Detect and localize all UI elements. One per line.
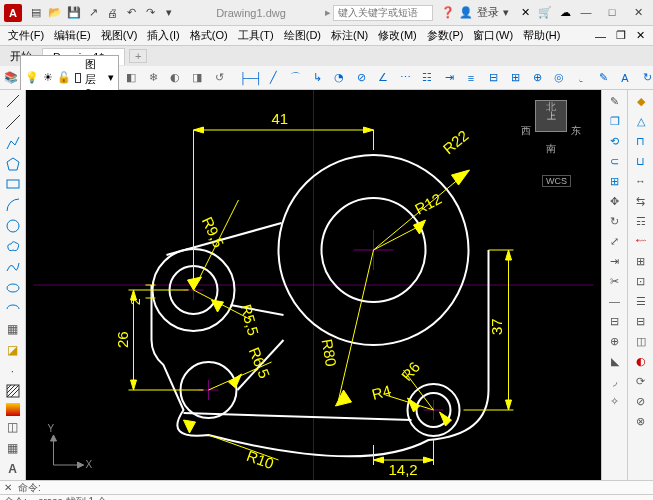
hatch-tool[interactable] [2, 382, 23, 401]
block-tool[interactable]: ◪ [2, 341, 23, 360]
menu-modify[interactable]: 修改(M) [374, 28, 421, 43]
menu-edit[interactable]: 编辑(E) [50, 28, 95, 43]
saveas-icon[interactable]: ↗ [85, 5, 101, 21]
join-tool[interactable]: ⊕ [604, 332, 625, 350]
move-tool[interactable]: ✥ [604, 192, 625, 210]
continue-icon[interactable]: ⇥ [439, 68, 459, 88]
center-icon[interactable]: ⊕ [527, 68, 547, 88]
layer-manager-icon[interactable]: 📚 [4, 68, 18, 88]
vc-south[interactable]: 南 [546, 142, 556, 156]
exchange-icon[interactable]: ✕ [521, 6, 530, 19]
drawing-canvas[interactable]: 41 R22 R12 R9,5 R5,5 R80 R6,5 R10 R6 R4 … [26, 90, 601, 480]
erase-tool[interactable]: ✎ [604, 92, 625, 110]
dd-icon[interactable]: ▾ [161, 5, 177, 21]
tool-x4[interactable]: ⊔ [630, 152, 651, 170]
tool-x14[interactable]: ◐ [630, 352, 651, 370]
maximize-button[interactable]: □ [601, 6, 623, 19]
stretch-tool[interactable]: ⇥ [604, 252, 625, 270]
fillet-tool[interactable]: ◞ [604, 372, 625, 390]
menu-dim[interactable]: 标注(N) [327, 28, 372, 43]
arc-tool[interactable] [2, 196, 23, 215]
view-cube[interactable]: 北 西 上 东 南 [521, 100, 581, 170]
tool-x3[interactable]: ⊓ [630, 132, 651, 150]
redo-icon[interactable]: ↷ [142, 5, 158, 21]
revcloud-tool[interactable] [2, 237, 23, 256]
extend-tool[interactable]: — [604, 292, 625, 310]
menu-window[interactable]: 窗口(W) [469, 28, 517, 43]
tool-x6[interactable]: ⇆ [630, 192, 651, 210]
ellipse-tool[interactable] [2, 278, 23, 297]
dimbreak-icon[interactable]: ⊟ [483, 68, 503, 88]
trim-tool[interactable]: ✂ [604, 272, 625, 290]
diam-dim-icon[interactable]: ⊘ [351, 68, 371, 88]
menu-draw[interactable]: 绘图(D) [280, 28, 325, 43]
ellipsearc-tool[interactable] [2, 299, 23, 318]
mdi-min-button[interactable]: — [591, 30, 610, 42]
pline-tool[interactable] [2, 133, 23, 152]
vc-east[interactable]: 东 [571, 124, 581, 138]
ang-dim-icon[interactable]: ∠ [373, 68, 393, 88]
array-tool[interactable]: ⊞ [604, 172, 625, 190]
point-tool[interactable]: · [2, 361, 23, 380]
layerfrz-icon[interactable]: ❄ [143, 68, 163, 88]
layermatch-icon[interactable]: ◨ [187, 68, 207, 88]
baseline-icon[interactable]: ☷ [417, 68, 437, 88]
save-icon[interactable]: 💾 [66, 5, 82, 21]
chamfer-tool[interactable]: ◣ [604, 352, 625, 370]
rotate-tool[interactable]: ↻ [604, 212, 625, 230]
help-search-input[interactable] [333, 5, 433, 21]
cloud-icon[interactable]: ☁ [560, 6, 571, 19]
insert-tool[interactable]: ▦ [2, 320, 23, 339]
vc-north[interactable]: 北 [546, 100, 556, 114]
menu-format[interactable]: 格式(O) [186, 28, 232, 43]
line-tool[interactable] [2, 92, 23, 111]
menu-insert[interactable]: 插入(I) [143, 28, 183, 43]
account-area[interactable]: ❓ 👤 登录 ▾ [441, 5, 509, 20]
menu-file[interactable]: 文件(F) [4, 28, 48, 43]
tool-x2[interactable]: △ [630, 112, 651, 130]
quick-dim-icon[interactable]: ⋯ [395, 68, 415, 88]
tool-x17[interactable]: ⊗ [630, 412, 651, 430]
tolerance-icon[interactable]: ⊞ [505, 68, 525, 88]
tool-x9[interactable]: ⊞ [630, 252, 651, 270]
open-icon[interactable]: 📂 [47, 5, 63, 21]
new-icon[interactable]: ▤ [28, 5, 44, 21]
wcs-label[interactable]: WCS [542, 175, 571, 187]
dimspace-icon[interactable]: ≡ [461, 68, 481, 88]
ord-dim-icon[interactable]: ↳ [307, 68, 327, 88]
tool-x1[interactable]: ◆ [630, 92, 651, 110]
dimedit-icon[interactable]: ✎ [593, 68, 613, 88]
tool-x10[interactable]: ⊡ [630, 272, 651, 290]
minimize-button[interactable]: — [575, 6, 597, 19]
offset-tool[interactable]: ⊂ [604, 152, 625, 170]
arc-dim-icon[interactable]: ⌒ [285, 68, 305, 88]
undo-icon[interactable]: ↶ [123, 5, 139, 21]
tool-x7[interactable]: ☶ [630, 212, 651, 230]
break-tool[interactable]: ⊟ [604, 312, 625, 330]
dimupdate-icon[interactable]: ↻ [637, 68, 653, 88]
scale-tool[interactable]: ⤢ [604, 232, 625, 250]
tool-x15[interactable]: ⟳ [630, 372, 651, 390]
layeriso-icon[interactable]: ◧ [121, 68, 141, 88]
jog-icon[interactable]: ⦦ [571, 68, 591, 88]
tab-add-button[interactable]: + [129, 49, 147, 63]
linear-dim-icon[interactable]: ├─┤ [241, 68, 261, 88]
mirror-tool[interactable]: ⟲ [604, 132, 625, 150]
polygon-tool[interactable] [2, 154, 23, 173]
circle-tool[interactable] [2, 216, 23, 235]
xline-tool[interactable] [2, 113, 23, 132]
region-tool[interactable]: ◫ [2, 418, 23, 437]
layeroff-icon[interactable]: ◐ [165, 68, 185, 88]
radius-dim-icon[interactable]: ◔ [329, 68, 349, 88]
tool-x16[interactable]: ⊘ [630, 392, 651, 410]
tool-x11[interactable]: ☰ [630, 292, 651, 310]
close-button[interactable]: ✕ [627, 6, 649, 19]
cart-icon[interactable]: 🛒 [538, 6, 552, 19]
help-icon[interactable]: ❓ [441, 6, 455, 19]
tool-x5[interactable]: ↔ [630, 172, 651, 190]
menu-param[interactable]: 参数(P) [423, 28, 468, 43]
explode-tool[interactable]: ✧ [604, 392, 625, 410]
rect-tool[interactable] [2, 175, 23, 194]
gradient-tool[interactable] [6, 403, 20, 416]
dd-icon[interactable]: ▾ [503, 6, 509, 19]
